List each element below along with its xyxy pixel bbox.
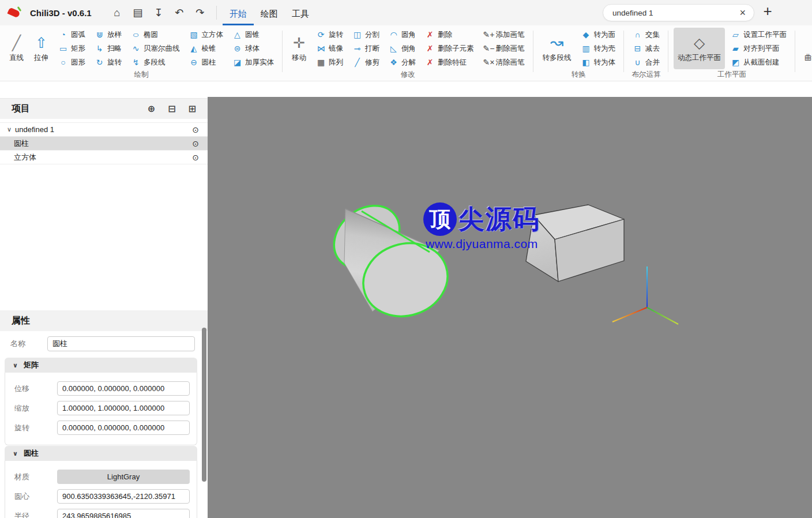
ribbon-button-line[interactable]: ╱直线 — [5, 28, 28, 69]
ribbon-button-trim[interactable]: ╱修剪 — [351, 56, 381, 69]
property-input[interactable] — [57, 421, 190, 435]
ribbon-button-label: 分解 — [401, 58, 416, 67]
ribbon-button-to-polyline[interactable]: ↝转多段线 — [539, 28, 576, 69]
property-input[interactable] — [57, 509, 190, 518]
ribbon-button-curve-projection[interactable]: ▲曲线投影 — [800, 28, 812, 69]
ribbon-button-sweep[interactable]: ↳扫略 — [93, 42, 123, 55]
scrollbar-thumb[interactable] — [202, 328, 206, 482]
to-face-icon: ◆ — [581, 31, 591, 39]
ribbon-button-label: 圆锥 — [245, 30, 260, 40]
ribbon-button-bezier[interactable]: ∿贝塞尔曲线 — [129, 42, 182, 55]
ribbon-button-label: 对齐到平面 — [743, 44, 780, 54]
ribbon-button-cylinder[interactable]: ⊖圆柱 — [187, 56, 225, 69]
name-input[interactable] — [47, 336, 195, 351]
property-label: 半径 — [14, 511, 57, 518]
expand-all-icon[interactable]: ⊞ — [189, 104, 196, 114]
tab-tools[interactable]: 工具 — [285, 2, 316, 25]
undo-icon[interactable]: ↶ — [169, 7, 190, 18]
tree-item[interactable]: 圆柱⊙ — [0, 137, 208, 151]
close-icon[interactable]: × — [739, 7, 746, 18]
cone-icon: △ — [232, 31, 242, 39]
ribbon-button-from-section[interactable]: ◩从截面创建 — [729, 56, 788, 69]
property-row: 圆心 — [14, 489, 190, 504]
property-input[interactable] — [57, 381, 190, 396]
ribbon-button-delete[interactable]: ✗删除 — [423, 28, 476, 42]
ribbon-button-label: 设置工作平面 — [743, 30, 787, 40]
ribbon-button-intersect[interactable]: ∩交集 — [631, 28, 661, 42]
ribbon-button-break[interactable]: ⊸打断 — [351, 42, 381, 55]
ribbon-button-to-face[interactable]: ◆转为面 — [580, 28, 618, 42]
ribbon-button-label: 减去 — [645, 44, 660, 54]
document-icon[interactable]: ▤ — [127, 7, 148, 18]
ribbon-button-remove-pen[interactable]: ✎−删除画笔 — [482, 42, 527, 55]
ribbon-button-label: 转为面 — [594, 30, 616, 40]
ribbon-button-dynamic-workplane[interactable]: ◇动态工作平面 — [674, 28, 725, 69]
home-icon[interactable]: ⌂ — [107, 7, 127, 18]
ribbon-button-to-solid[interactable]: ◧转为体 — [580, 56, 618, 69]
ribbon-button-revolve[interactable]: ↻旋转 — [93, 56, 123, 69]
ribbon-button-rotate[interactable]: ⟳旋转 — [314, 28, 345, 42]
ribbon-button-arc[interactable]: ◔圆弧 — [57, 28, 87, 42]
ribbon-button-clear-pen[interactable]: ✎×清除画笔 — [482, 56, 527, 69]
ribbon-group: ╱直线⇧拉伸◔圆弧▭矩形○圆形⋓放样↳扫略↻旋转○椭圆∿贝塞尔曲线↯多段线▧立方… — [0, 25, 283, 81]
project-panel-header: 项目 ⊕ ⊟ ⊞ — [0, 98, 208, 119]
ribbon-button-polyline[interactable]: ↯多段线 — [129, 56, 182, 69]
ribbon-button-explode[interactable]: ❖分解 — [387, 56, 418, 69]
tab-home[interactable]: 开始 — [223, 2, 254, 25]
ribbon-button-rectangle[interactable]: ▭矩形 — [57, 42, 87, 55]
delete-icon: ✗ — [425, 31, 435, 39]
tab-draw[interactable]: 绘图 — [254, 2, 285, 25]
property-label: 材质 — [14, 472, 57, 482]
ribbon-button-sphere[interactable]: ⊜球体 — [231, 42, 276, 55]
ribbon-button-fillet[interactable]: ◠圆角 — [387, 28, 418, 42]
eye-icon[interactable]: ⊙ — [192, 140, 199, 148]
viewport-canvas[interactable] — [208, 97, 812, 518]
redo-icon[interactable]: ↷ — [190, 7, 210, 18]
watermark-url: www.djyuanma.com — [426, 237, 540, 251]
ribbon-button-move[interactable]: ✛移动 — [288, 28, 310, 69]
ribbon-button-add-pen[interactable]: ✎+添加画笔 — [482, 28, 527, 42]
ribbon-button-ellipse[interactable]: ○椭圆 — [129, 28, 182, 42]
tree-item[interactable]: 立方体⊙ — [0, 151, 208, 164]
ribbon-button-split[interactable]: ◫分割 — [351, 28, 381, 42]
ribbon-button-loft[interactable]: ⋓放样 — [93, 28, 123, 42]
ribbon-button-label: 修剪 — [365, 58, 379, 67]
box-shape[interactable] — [526, 205, 624, 281]
thicken-icon: ◪ — [232, 58, 242, 66]
tree-item[interactable]: ∨undefined 1⊙ — [0, 123, 208, 137]
ribbon-button-extrude[interactable]: ⇧拉伸 — [30, 28, 52, 69]
ribbon-button-set-workplane[interactable]: ▱设置工作平面 — [729, 28, 788, 42]
ribbon-button-chamfer[interactable]: ◺倒角 — [387, 42, 418, 55]
ribbon-button-thicken[interactable]: ◪加厚实体 — [231, 56, 276, 69]
property-input[interactable] — [57, 401, 190, 415]
pyramid-icon: ◭ — [189, 44, 199, 52]
viewport[interactable]: 顶 尖源码 www.djyuanma.com — [208, 97, 812, 518]
ribbon-button-delete-sub[interactable]: ✗删除子元素 — [423, 42, 476, 55]
eye-icon[interactable]: ⊙ — [192, 126, 199, 134]
eye-icon[interactable]: ⊙ — [192, 153, 199, 162]
ribbon-button-box[interactable]: ▧立方体 — [187, 28, 225, 42]
section-header[interactable]: ∨矩阵 — [5, 358, 197, 373]
ribbon-button-mirror[interactable]: ⋈镜像 — [314, 42, 345, 55]
ribbon-button-array[interactable]: ▦阵列 — [314, 56, 345, 69]
ribbon-button-cone[interactable]: △圆锥 — [231, 28, 276, 42]
ribbon-button-union[interactable]: ∪合并 — [631, 56, 661, 69]
property-input[interactable] — [57, 489, 190, 504]
ribbon-button-pyramid[interactable]: ◭棱锥 — [187, 42, 225, 55]
ribbon-button-circle[interactable]: ○圆形 — [57, 56, 87, 69]
caret-down-icon[interactable]: ∨ — [5, 126, 14, 133]
document-tab[interactable]: undefined 1 × — [603, 4, 754, 21]
ribbon-button-delete-feature[interactable]: ✗删除特征 — [423, 56, 476, 69]
material-button[interactable]: LightGray — [57, 470, 190, 484]
ribbon-button-align-plane[interactable]: ▰对齐到平面 — [729, 42, 788, 55]
download-icon[interactable]: ↧ — [148, 7, 169, 18]
ribbon-button-subtract[interactable]: ⊟减去 — [631, 42, 661, 55]
ribbon-button-to-shell[interactable]: ▥转为壳 — [580, 42, 618, 55]
array-icon: ▦ — [316, 58, 326, 66]
intersect-icon: ∩ — [633, 31, 642, 39]
folder-plus-icon[interactable]: ⊕ — [148, 104, 155, 114]
new-document-icon[interactable]: + — [759, 3, 776, 18]
collapse-all-icon[interactable]: ⊟ — [168, 104, 175, 114]
section-header[interactable]: ∨圆柱 — [5, 446, 197, 461]
ribbon-group-label — [799, 70, 812, 81]
